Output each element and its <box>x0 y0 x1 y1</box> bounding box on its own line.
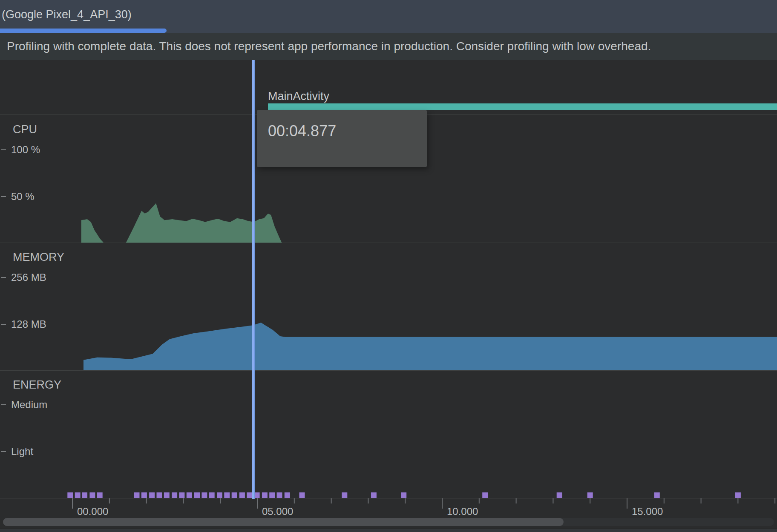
session-tab-bar: (Google Pixel_4_API_30) <box>0 0 777 33</box>
energy-event-marker[interactable] <box>262 492 268 498</box>
energy-event-marker[interactable] <box>482 492 488 498</box>
energy-event-marker[interactable] <box>224 492 230 498</box>
energy-event-marker[interactable] <box>654 492 660 498</box>
energy-event-marker[interactable] <box>89 492 95 498</box>
tooltip-time-text: 00:04.877 <box>257 110 427 140</box>
energy-event-marker[interactable] <box>75 492 81 498</box>
energy-event-marker[interactable] <box>401 492 406 498</box>
energy-event-marker[interactable] <box>209 492 215 498</box>
energy-event-marker[interactable] <box>254 492 260 498</box>
energy-event-marker[interactable] <box>299 492 305 498</box>
timeline-area[interactable]: MainActivity CPU MEMORY ENERGY 100 % 50 … <box>0 60 777 532</box>
energy-event-marker[interactable] <box>217 492 222 498</box>
energy-event-marker[interactable] <box>134 492 140 498</box>
time-tooltip: 00:04.877 <box>257 110 427 167</box>
energy-event-marker[interactable] <box>232 492 237 498</box>
energy-event-marker[interactable] <box>587 492 593 498</box>
energy-event-marker[interactable] <box>187 492 192 498</box>
energy-event-marker[interactable] <box>67 492 73 498</box>
energy-event-marker[interactable] <box>172 492 177 498</box>
profiling-warning-banner: Profiling with complete data. This does … <box>0 33 777 60</box>
energy-event-marker[interactable] <box>371 492 377 498</box>
energy-event-marker[interactable] <box>82 492 87 498</box>
profiler-window: (Google Pixel_4_API_30) Profiling with c… <box>0 0 777 532</box>
energy-event-marker[interactable] <box>201 492 207 498</box>
time-axis-label: 05.000 <box>262 506 293 518</box>
energy-event-marker[interactable] <box>285 492 290 498</box>
energy-event-marker[interactable] <box>277 492 282 498</box>
energy-event-marker[interactable] <box>149 492 155 498</box>
energy-event-marker[interactable] <box>557 492 562 498</box>
energy-event-marker[interactable] <box>239 492 245 498</box>
energy-event-marker[interactable] <box>97 492 103 498</box>
session-tab-label: (Google Pixel_4_API_30) <box>2 8 132 21</box>
memory-usage-area[interactable] <box>83 323 777 370</box>
time-axis-label: 00.000 <box>77 506 108 518</box>
energy-event-marker[interactable] <box>141 492 147 498</box>
bottom-panel-edge <box>0 529 777 532</box>
energy-event-marker[interactable] <box>342 492 347 498</box>
energy-event-marker[interactable] <box>179 492 184 498</box>
tab-selected-indicator <box>0 29 167 33</box>
time-axis-label: 15.000 <box>632 506 663 518</box>
horizontal-scrollbar-thumb[interactable] <box>3 518 564 526</box>
energy-event-marker[interactable] <box>157 492 162 498</box>
energy-event-marker[interactable] <box>194 492 200 498</box>
playhead-line[interactable] <box>252 60 255 499</box>
profiling-warning-text: Profiling with complete data. This does … <box>0 40 651 53</box>
energy-event-marker[interactable] <box>164 492 170 498</box>
energy-event-marker[interactable] <box>735 492 741 498</box>
energy-event-marker[interactable] <box>269 492 275 498</box>
time-axis-label: 10.000 <box>447 506 478 518</box>
